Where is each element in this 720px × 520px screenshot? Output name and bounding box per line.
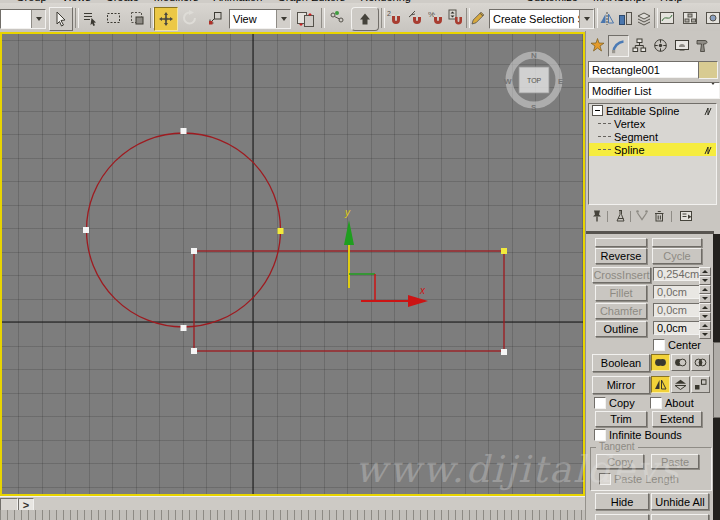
fillet-spinner[interactable] bbox=[699, 285, 711, 303]
extend-button[interactable]: Extend bbox=[652, 411, 702, 427]
tab-display[interactable] bbox=[672, 35, 691, 55]
copy-checkbox[interactable] bbox=[594, 397, 606, 409]
boolean-subtract-icon[interactable] bbox=[671, 354, 690, 371]
mirror-horizontal-icon[interactable] bbox=[651, 376, 670, 393]
reference-coordinate-dropdown[interactable]: View bbox=[229, 9, 291, 29]
chamfer-value-field[interactable]: 0,0cm bbox=[653, 303, 702, 317]
cycle-button[interactable]: Cycle bbox=[652, 248, 702, 264]
edit-named-selection-sets-button[interactable] bbox=[469, 7, 487, 29]
chamfer-spinner[interactable] bbox=[699, 303, 711, 321]
move-icon bbox=[158, 11, 174, 27]
schematic-view-button[interactable] bbox=[680, 7, 701, 29]
tab-hierarchy[interactable] bbox=[630, 35, 649, 55]
outline-button[interactable]: Outline bbox=[595, 321, 647, 337]
stack-row-vertex[interactable]: Vertex bbox=[589, 117, 716, 130]
curve-editor-button[interactable] bbox=[657, 7, 678, 29]
collapse-icon[interactable] bbox=[592, 105, 603, 116]
mirror-vertical-icon[interactable] bbox=[671, 376, 690, 393]
separator bbox=[607, 211, 608, 222]
hide-button[interactable]: Hide bbox=[595, 493, 649, 510]
tree-dash bbox=[598, 136, 611, 138]
unhide-all-button[interactable]: Unhide All bbox=[651, 493, 709, 510]
viewport-canvas: y x TOP N E S W bbox=[2, 34, 583, 494]
object-name-field[interactable]: Rectangle001 bbox=[588, 61, 699, 78]
view-cube[interactable]: TOP N E S W bbox=[504, 51, 564, 112]
clipped-button[interactable] bbox=[595, 514, 649, 520]
clipped-button[interactable] bbox=[651, 514, 709, 520]
top-viewport[interactable]: y x TOP N E S W bbox=[0, 32, 585, 496]
first-vertex-marker bbox=[278, 228, 284, 234]
reverse-button[interactable]: Reverse bbox=[595, 248, 647, 264]
tangent-group-label: Tangent bbox=[596, 441, 638, 452]
about-pivot-checkbox[interactable] bbox=[650, 397, 662, 409]
mirror-both-icon[interactable] bbox=[691, 376, 710, 393]
crossinsert-value-field[interactable]: 0,254cm bbox=[653, 267, 702, 281]
select-by-name-button[interactable] bbox=[79, 7, 101, 29]
spinner-snap-toggle[interactable] bbox=[447, 7, 465, 29]
selection-filter-dropdown[interactable] bbox=[0, 9, 46, 29]
pin-stack-icon[interactable] bbox=[590, 209, 604, 223]
outline-value-field[interactable]: 0,0cm bbox=[653, 321, 702, 335]
show-end-result-icon[interactable] bbox=[613, 209, 627, 223]
crossinsert-spinner[interactable] bbox=[699, 267, 711, 285]
keyboard-shortcut-override-toggle[interactable] bbox=[351, 7, 379, 31]
make-unique-icon[interactable] bbox=[635, 209, 649, 223]
fillet-value-field[interactable]: 0,0cm bbox=[653, 285, 702, 299]
clipped-button[interactable] bbox=[595, 238, 647, 247]
chamfer-button[interactable]: Chamfer bbox=[595, 303, 647, 319]
object-color-swatch[interactable] bbox=[698, 61, 718, 79]
transform-gizmo[interactable]: y x bbox=[344, 207, 428, 307]
select-and-move-button[interactable] bbox=[154, 7, 178, 31]
tangent-paste-button[interactable]: Paste bbox=[651, 454, 699, 469]
angle-snap-toggle[interactable] bbox=[406, 7, 426, 29]
schematic-view-icon bbox=[682, 10, 699, 26]
center-checkbox[interactable] bbox=[653, 339, 665, 351]
tab-create[interactable] bbox=[588, 35, 607, 55]
paste-length-checkbox[interactable] bbox=[599, 473, 611, 485]
stack-row-spline-selected[interactable]: Spline bbox=[589, 143, 716, 156]
boolean-union-icon[interactable] bbox=[651, 354, 670, 371]
window-crossing-toggle[interactable] bbox=[126, 7, 148, 29]
spline-shapes bbox=[83, 128, 507, 355]
select-and-rotate-button[interactable] bbox=[179, 7, 201, 29]
modifier-list-dropdown[interactable]: Modifier List bbox=[588, 82, 720, 99]
align-button[interactable] bbox=[617, 7, 634, 29]
select-and-manipulate-button[interactable] bbox=[326, 7, 348, 29]
tree-dash bbox=[598, 149, 611, 151]
viewcube-s: S bbox=[531, 103, 537, 112]
rectangular-selection-region-button[interactable] bbox=[102, 7, 124, 29]
select-object-button[interactable] bbox=[49, 7, 73, 31]
percent-snap-toggle[interactable]: % bbox=[427, 7, 447, 29]
mirror-tool-button[interactable] bbox=[597, 7, 616, 29]
mirror-button[interactable]: Mirror bbox=[592, 376, 650, 394]
tab-motion[interactable] bbox=[651, 35, 670, 55]
outline-spinner[interactable] bbox=[699, 321, 711, 339]
snaps-toggle-2d[interactable]: 2 bbox=[385, 7, 405, 29]
panel-scrollbar-thumb[interactable] bbox=[713, 342, 720, 418]
main-toolbar: View 2 % Create Selection Se bbox=[0, 3, 720, 33]
configure-modifier-sets-icon[interactable] bbox=[679, 209, 694, 223]
crossinsert-button[interactable]: CrossInsert bbox=[592, 267, 651, 283]
pivot-center-icon bbox=[296, 10, 315, 27]
layer-manager-button[interactable] bbox=[635, 7, 652, 29]
tab-utilities[interactable] bbox=[693, 35, 712, 55]
hierarchy-icon bbox=[632, 38, 647, 53]
tangent-copy-button[interactable]: Copy bbox=[596, 454, 644, 469]
trim-button[interactable]: Trim bbox=[595, 411, 647, 427]
stack-row-segment[interactable]: Segment bbox=[589, 130, 716, 143]
track-bar[interactable] bbox=[0, 510, 585, 520]
stack-row-editable-spline[interactable]: Editable Spline bbox=[589, 104, 716, 117]
render-setup-button[interactable] bbox=[703, 7, 720, 29]
infinite-bounds-checkbox[interactable] bbox=[594, 429, 606, 441]
boolean-intersect-icon[interactable] bbox=[691, 354, 710, 371]
fillet-button[interactable]: Fillet bbox=[595, 285, 647, 301]
remove-modifier-icon[interactable] bbox=[652, 209, 666, 223]
boolean-button[interactable]: Boolean bbox=[592, 354, 650, 372]
panel-scrollbar[interactable] bbox=[713, 234, 720, 520]
named-selection-set-dropdown[interactable]: Create Selection Se bbox=[489, 9, 594, 29]
clipped-button[interactable] bbox=[652, 238, 702, 247]
use-pivot-point-center-button[interactable] bbox=[293, 7, 318, 29]
tab-modify[interactable] bbox=[608, 35, 629, 57]
select-and-scale-button[interactable] bbox=[204, 7, 226, 29]
first-vertex-marker bbox=[501, 248, 507, 254]
